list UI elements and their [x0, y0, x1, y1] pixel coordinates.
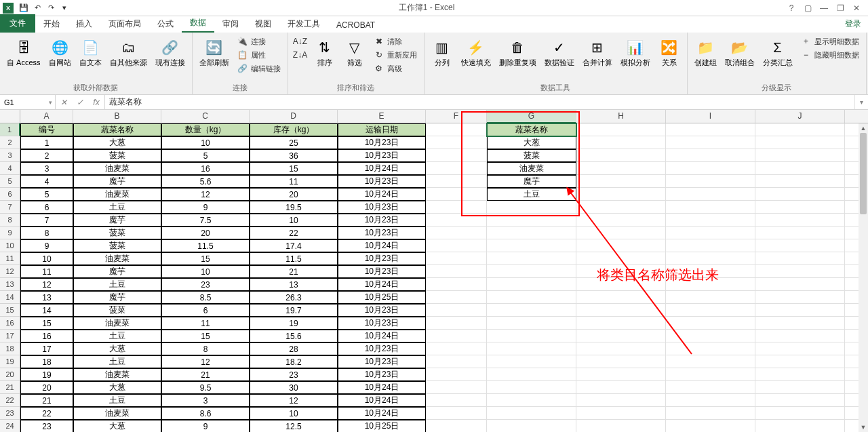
empty-cell[interactable] — [666, 214, 755, 227]
empty-cell[interactable] — [666, 149, 755, 162]
tab-layout[interactable]: 页面布局 — [100, 16, 149, 33]
empty-cell[interactable] — [666, 252, 755, 265]
sort-desc-button[interactable]: Z↓A — [292, 49, 309, 61]
cell-qty[interactable]: 5.6 — [161, 175, 250, 188]
advanced-filter-button[interactable]: ⚙高级 — [371, 62, 420, 75]
from-other-button[interactable]: 🗂自其他来源 — [107, 35, 150, 68]
empty-cell[interactable] — [426, 407, 487, 420]
empty-cell[interactable] — [487, 394, 576, 407]
cell-name[interactable]: 油麦菜 — [73, 252, 161, 265]
empty-cell[interactable] — [576, 394, 666, 407]
tab-acrobat[interactable]: ACROBAT — [328, 18, 383, 33]
tab-developer[interactable]: 开发工具 — [279, 16, 328, 33]
cell-date[interactable]: 10月23日 — [338, 227, 426, 239]
empty-cell[interactable] — [666, 342, 755, 355]
row-header-21[interactable]: 21 — [0, 381, 20, 394]
cell-date[interactable]: 10月25日 — [338, 291, 426, 304]
filtered-item[interactable]: 油麦菜 — [487, 162, 576, 175]
cell-id[interactable]: 15 — [20, 317, 73, 330]
clear-filter-button[interactable]: ✖清除 — [371, 35, 420, 47]
flash-fill-button[interactable]: ⚡快速填充 — [458, 35, 494, 68]
from-text-button[interactable]: 📄自文本 — [77, 35, 104, 68]
restore-icon[interactable]: ❐ — [834, 2, 846, 14]
empty-cell[interactable] — [755, 201, 845, 214]
empty-cell[interactable] — [666, 278, 755, 291]
empty-cell[interactable] — [755, 278, 845, 291]
empty-cell[interactable] — [576, 381, 666, 394]
cell-date[interactable]: 10月24日 — [338, 239, 426, 252]
tab-home[interactable]: 开始 — [35, 16, 68, 33]
connections-button[interactable]: 🔌连接 — [235, 35, 283, 47]
empty-cell[interactable] — [426, 188, 487, 201]
empty-cell[interactable] — [576, 239, 666, 252]
row-header-19[interactable]: 19 — [0, 355, 20, 368]
cell-stock[interactable]: 28 — [250, 342, 338, 355]
cell-name[interactable]: 魔芋 — [73, 214, 161, 227]
cell-date[interactable]: 10月23日 — [338, 136, 426, 149]
header-name[interactable]: 蔬菜名称 — [73, 123, 161, 136]
empty-cell[interactable] — [426, 175, 487, 188]
empty-cell[interactable] — [576, 278, 666, 291]
signin-link[interactable]: 登录 — [838, 16, 868, 33]
cell-qty[interactable]: 8.6 — [161, 407, 250, 420]
cell-name[interactable]: 油麦菜 — [73, 162, 161, 175]
properties-button[interactable]: 📋属性 — [235, 49, 283, 61]
empty-cell[interactable] — [755, 175, 845, 188]
whatif-button[interactable]: 📊模拟分析 — [618, 35, 653, 68]
cell-name[interactable]: 土豆 — [73, 355, 161, 368]
cell-stock[interactable]: 10 — [250, 214, 338, 227]
cell-id[interactable]: 7 — [20, 214, 73, 227]
empty-cell[interactable] — [487, 252, 576, 265]
scroll-up-icon[interactable]: ▲ — [859, 123, 868, 133]
cell-stock[interactable]: 21 — [250, 265, 338, 278]
empty-cell[interactable] — [755, 304, 845, 317]
cell-stock[interactable]: 26.3 — [250, 291, 338, 304]
col-header-A[interactable]: A — [20, 110, 73, 123]
cell-qty[interactable]: 8.5 — [161, 291, 250, 304]
cell-id[interactable]: 20 — [20, 381, 73, 394]
empty-cell[interactable] — [487, 214, 576, 227]
cell-date[interactable]: 10月24日 — [338, 330, 426, 342]
cell-date[interactable]: 10月23日 — [338, 355, 426, 368]
empty-cell[interactable] — [576, 420, 666, 432]
empty-cell[interactable] — [666, 265, 755, 278]
col-header-J[interactable]: J — [755, 110, 845, 123]
tab-formula[interactable]: 公式 — [149, 16, 182, 33]
empty-cell[interactable] — [755, 149, 845, 162]
cell-date[interactable]: 10月23日 — [338, 214, 426, 227]
edit-links-button[interactable]: 🔗编辑链接 — [235, 62, 283, 75]
empty-cell[interactable] — [666, 381, 755, 394]
cell-name[interactable]: 魔芋 — [73, 175, 161, 188]
cell-date[interactable]: 10月24日 — [338, 162, 426, 175]
vertical-scrollbar[interactable]: ▲ ▼ — [859, 123, 868, 432]
empty-cell[interactable] — [666, 227, 755, 239]
cell-name[interactable]: 油麦菜 — [73, 407, 161, 420]
cell-stock[interactable]: 22 — [250, 227, 338, 239]
cell-date[interactable]: 10月24日 — [338, 407, 426, 420]
cell-name[interactable]: 土豆 — [73, 278, 161, 291]
cell-qty[interactable]: 12 — [161, 188, 250, 201]
empty-cell[interactable] — [426, 342, 487, 355]
cell-qty[interactable]: 9 — [161, 420, 250, 432]
col-header-D[interactable]: D — [250, 110, 338, 123]
empty-cell[interactable] — [576, 265, 666, 278]
ungroup-button[interactable]: 📂取消组合 — [722, 35, 757, 68]
empty-cell[interactable] — [426, 239, 487, 252]
cell-qty[interactable]: 8 — [161, 342, 250, 355]
cell-qty[interactable]: 20 — [161, 227, 250, 239]
cell-id[interactable]: 13 — [20, 291, 73, 304]
close-icon[interactable]: ✕ — [850, 2, 863, 14]
empty-cell[interactable] — [576, 342, 666, 355]
header-id[interactable]: 编号 — [20, 123, 73, 136]
tab-insert[interactable]: 插入 — [68, 16, 100, 33]
empty-cell[interactable] — [487, 278, 576, 291]
cell-stock[interactable]: 36 — [250, 149, 338, 162]
empty-cell[interactable] — [576, 175, 666, 188]
row-header-2[interactable]: 2 — [0, 136, 20, 149]
row-header-6[interactable]: 6 — [0, 188, 20, 201]
empty-cell[interactable] — [426, 149, 487, 162]
empty-cell[interactable] — [576, 407, 666, 420]
empty-cell[interactable] — [426, 227, 487, 239]
fx-icon[interactable]: fx — [88, 95, 104, 109]
cell-stock[interactable]: 13 — [250, 278, 338, 291]
